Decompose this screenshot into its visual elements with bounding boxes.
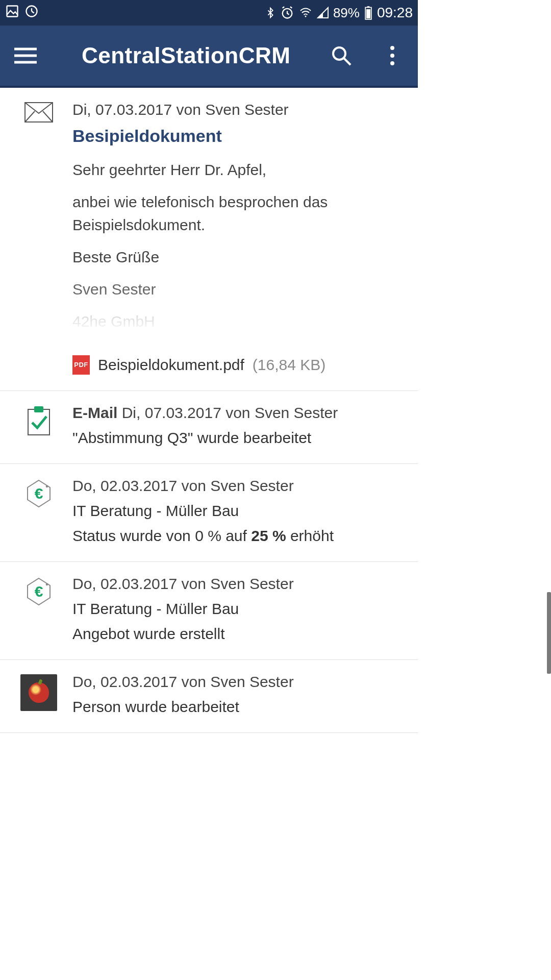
desc-pre: Status wurde von 0 % auf: [72, 527, 251, 544]
signal-icon: [317, 7, 329, 19]
item-title: IT Beratung - Müller Bau: [72, 597, 403, 620]
email-body-preview: Sehr geehrter Herr Dr. Apfel, anbei wie …: [72, 149, 403, 333]
feed-item-note[interactable]: Do, 23.02.2017 von Sven Sester Bild Imke…: [0, 733, 418, 743]
clock-outline-icon: [24, 4, 39, 22]
desc-post: erhöht: [286, 527, 334, 544]
item-meta: Do, 02.03.2017 von Sven Sester: [72, 670, 403, 693]
status-bar: 89% 09:28: [0, 0, 418, 26]
svg-rect-18: [28, 409, 49, 435]
pdf-icon: PDF: [72, 355, 90, 375]
attachment-size: (16,84 KB): [253, 353, 325, 376]
activity-feed[interactable]: Di, 07.03.2017 von Sven Sester Besipield…: [0, 88, 418, 743]
alarm-icon: [280, 6, 294, 20]
search-icon[interactable]: [326, 40, 357, 71]
status-left-icons: [5, 4, 39, 22]
clock-time: 09:28: [377, 5, 413, 21]
feed-item-deal[interactable]: € Do, 02.03.2017 von Sven Sester IT Bera…: [0, 464, 418, 562]
more-vert-icon[interactable]: [377, 40, 408, 71]
svg-rect-7: [367, 6, 370, 7]
svg-text:€: €: [35, 583, 43, 600]
attachment-row[interactable]: PDF Beispieldokument.pdf (16,84 KB): [72, 353, 403, 376]
svg-text:€: €: [35, 485, 43, 502]
status-right: 89% 09:28: [265, 5, 413, 21]
item-meta: Do, 02.03.2017 von Sven Sester: [72, 572, 403, 595]
svg-point-14: [390, 46, 394, 50]
svg-point-21: [46, 485, 48, 488]
body-line: Sven Sester: [72, 278, 403, 301]
battery-percent: 89%: [333, 5, 360, 21]
body-line: Sehr geehrter Herr Dr. Apfel,: [72, 158, 403, 181]
battery-icon: [364, 6, 373, 20]
feed-item-deal[interactable]: € Do, 02.03.2017 von Sven Sester IT Bera…: [0, 562, 418, 660]
feed-item-task[interactable]: E-Mail Di, 07.03.2017 von Sven Sester "A…: [0, 391, 418, 464]
bluetooth-icon: [265, 6, 276, 20]
app-title: CentralStationCRM: [61, 43, 306, 68]
svg-line-4: [290, 7, 292, 8]
svg-point-5: [305, 16, 306, 17]
euro-tag-icon: €: [20, 572, 57, 645]
item-meta: Di, 07.03.2017 von Sven Sester: [72, 98, 403, 121]
svg-point-23: [46, 583, 48, 586]
feed-item-email[interactable]: Di, 07.03.2017 von Sven Sester Besipield…: [0, 88, 418, 391]
feed-item-person[interactable]: Do, 02.03.2017 von Sven Sester Person wu…: [0, 660, 418, 733]
envelope-icon: [20, 98, 57, 376]
hamburger-menu-icon[interactable]: [10, 40, 41, 71]
item-desc: Status wurde von 0 % auf 25 % erhöht: [72, 524, 403, 547]
svg-rect-0: [7, 6, 18, 16]
image-icon: [5, 4, 19, 22]
euro-tag-icon: €: [20, 474, 57, 547]
svg-rect-19: [34, 406, 43, 412]
item-meta-rest: Di, 07.03.2017 von Sven Sester: [117, 404, 338, 421]
svg-line-3: [283, 7, 285, 8]
wifi-icon: [298, 7, 313, 19]
svg-point-16: [390, 61, 394, 65]
body-line: Beste Grüße: [72, 246, 403, 268]
attachment-name: Beispieldokument.pdf: [98, 353, 244, 376]
avatar-thumbnail: [20, 670, 57, 718]
app-bar: CentralStationCRM: [0, 26, 418, 88]
svg-rect-8: [366, 9, 370, 18]
svg-point-15: [390, 54, 394, 58]
item-meta: E-Mail Di, 07.03.2017 von Sven Sester: [72, 401, 403, 424]
item-desc: Angebot wurde erstellt: [72, 622, 403, 645]
svg-line-13: [344, 58, 350, 65]
clipboard-check-icon: [20, 401, 57, 449]
item-desc: Person wurde bearbeitet: [72, 695, 403, 718]
body-line: anbei wie telefonisch besprochen das Bei…: [72, 190, 403, 236]
item-type-label: E-Mail: [72, 404, 117, 421]
svg-point-12: [333, 47, 345, 60]
item-title: IT Beratung - Müller Bau: [72, 499, 403, 522]
desc-bold: 25 %: [251, 527, 286, 544]
item-subject: Besipieldokument: [72, 123, 403, 149]
item-desc: "Abstimmung Q3" wurde bearbeitet: [72, 426, 403, 449]
body-line: 42he GmbH: [72, 310, 403, 333]
item-meta: Do, 02.03.2017 von Sven Sester: [72, 474, 403, 497]
